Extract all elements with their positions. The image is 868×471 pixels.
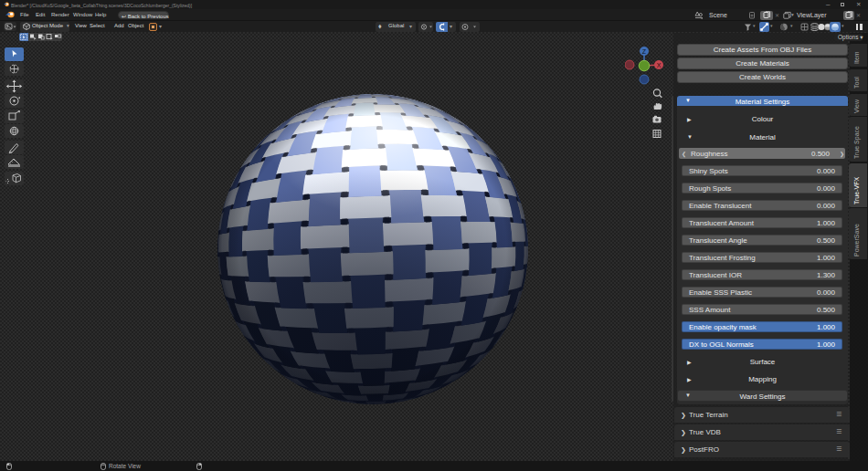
svg-text:X: X — [657, 62, 662, 68]
svg-text:Z: Z — [642, 48, 647, 55]
